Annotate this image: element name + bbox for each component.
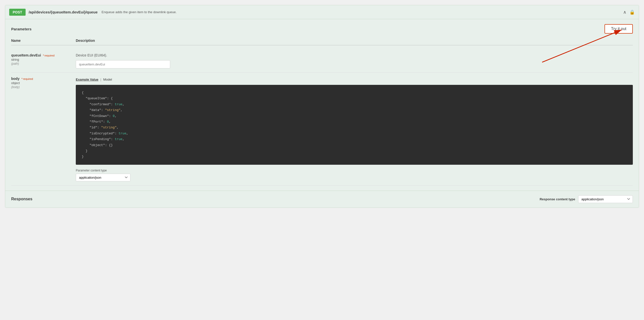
param-type-body: object	[11, 81, 76, 85]
code-line-1: {	[82, 90, 627, 96]
param-input-deveui[interactable]	[76, 60, 170, 68]
param-left-deveui: queueItem.devEui *required string (path)	[11, 53, 76, 68]
param-location-deveui: (path)	[11, 62, 76, 65]
collapse-icon[interactable]: ∧	[623, 10, 626, 15]
header-icons: ∧ 🔒	[623, 10, 635, 15]
col-desc-header: Description	[76, 39, 633, 43]
response-content-type-area: Response content type application/json	[540, 195, 633, 203]
code-line-5: "fCntDown": 0,	[82, 113, 627, 119]
section-header: Parameters Try it out	[11, 24, 633, 34]
param-right-deveui: Device EUI (EUI64).	[76, 53, 633, 68]
param-name-body: body *required	[11, 77, 33, 81]
response-ct-label: Response content type	[540, 197, 575, 201]
api-header: POST /api/devices/{queueItem.devEui}/que…	[5, 5, 639, 19]
code-block: { "queueItem": { "confirmed": true, "dat…	[76, 85, 633, 165]
api-description: Enqueue adds the given item to the downl…	[102, 10, 623, 14]
content-type-label: Parameter content type	[76, 169, 633, 172]
code-line-3: "confirmed": true,	[82, 101, 627, 107]
parameters-title: Parameters	[11, 27, 32, 31]
required-badge-deveui: *required	[43, 54, 55, 57]
code-line-9: "isPending": true,	[82, 136, 627, 142]
api-section: POST /api/devices/{queueItem.devEui}/que…	[5, 5, 639, 208]
param-location-body: (body)	[11, 85, 76, 89]
method-badge: POST	[9, 9, 26, 16]
param-left-body: body *required object (body)	[11, 77, 76, 181]
tab-example-value[interactable]: Example Value	[76, 77, 98, 82]
code-line-10: "object": {}	[82, 142, 627, 148]
code-line-11: }	[82, 148, 627, 154]
param-right-body: Example Value | Model { "queueItem": { "…	[76, 77, 633, 181]
param-desc-deveui: Device EUI (EUI64).	[76, 53, 633, 57]
param-row-queueitem-deveui: queueItem.devEui *required string (path)…	[11, 49, 633, 73]
lock-icon: 🔒	[629, 10, 635, 15]
required-badge-body: *required	[21, 77, 33, 80]
tab-model[interactable]: Model	[103, 77, 112, 82]
api-path: /api/devices/{queueItem.devEui}/queue	[28, 10, 98, 14]
example-tabs: Example Value | Model	[76, 77, 633, 82]
content-type-section: Parameter content type application/json	[76, 169, 633, 181]
params-table: Name Description queueItem.devEui *requi…	[11, 39, 633, 186]
code-line-12: }	[82, 154, 627, 159]
page-wrapper: POST /api/devices/{queueItem.devEui}/que…	[0, 0, 644, 320]
param-type-deveui: string	[11, 58, 76, 61]
parameters-section: Parameters Try it out Name Description q…	[5, 19, 639, 191]
code-line-7: "id": "string",	[82, 125, 627, 130]
params-table-header: Name Description	[11, 39, 633, 45]
responses-title: Responses	[11, 197, 32, 201]
col-name-header: Name	[11, 39, 76, 43]
code-line-8: "isEncrypted": true,	[82, 131, 627, 136]
tab-divider: |	[100, 78, 101, 81]
code-line-2: "queueItem": {	[82, 96, 627, 101]
code-line-4: "data": "string",	[82, 107, 627, 113]
responses-section: Responses Response content type applicat…	[5, 191, 639, 208]
code-line-6: "fPort": 0,	[82, 119, 627, 125]
try-it-out-button[interactable]: Try it out	[604, 24, 633, 34]
response-ct-select[interactable]: application/json	[578, 195, 633, 203]
param-row-body: body *required object (body) Example Val…	[11, 73, 633, 186]
content-type-select[interactable]: application/json	[76, 174, 130, 181]
param-name-deveui: queueItem.devEui *required	[11, 53, 54, 57]
